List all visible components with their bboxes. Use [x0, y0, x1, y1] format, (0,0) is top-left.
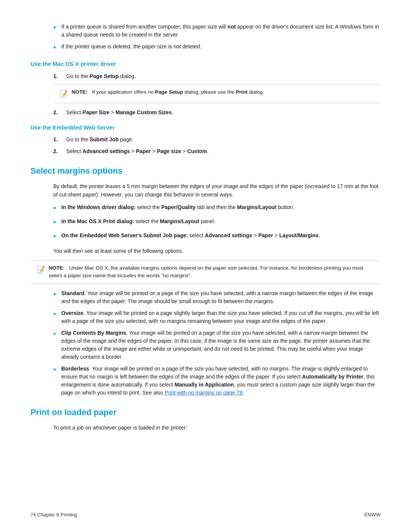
margins-heading: Select margins options — [30, 165, 381, 177]
list-item: • Oversize. Your image will be printed o… — [30, 309, 381, 325]
bullet-text: In the Mac OS X Print dialog: select the… — [61, 217, 381, 225]
ews-section-heading: Use the Embedded Web Server — [30, 123, 381, 132]
list-item: • Clip Contents By Margins. Your image w… — [30, 329, 381, 361]
mac-section: Use the Mac OS X printer driver 1. Go to… — [30, 60, 381, 117]
post-bullets-text: You will then see at least some of the f… — [30, 247, 381, 256]
bullet-icon: • — [53, 230, 56, 242]
list-item: 1. Go to the Page Setup dialog. — [30, 72, 381, 80]
note-item: 📝 NOTE: If your application offers no Pa… — [30, 84, 381, 103]
list-item: • If the printer queue is deleted, the p… — [30, 43, 381, 53]
mac-steps: 1. Go to the Page Setup dialog. 📝 NOTE: … — [30, 72, 381, 117]
bullet-text: If a printer queue is shared from anothe… — [61, 23, 381, 39]
bullet-text: In the Windows driver dialog: select the… — [61, 203, 381, 211]
footer-left: 74 Chapter 8 Printing — [30, 511, 77, 519]
list-item: • In the Mac OS X Print dialog: select t… — [30, 217, 381, 228]
top-bullet-list: • If a printer queue is shared from anot… — [30, 23, 381, 53]
bullet-icon: • — [53, 42, 56, 53]
list-item: • Standard. Your image will be printed o… — [30, 289, 381, 305]
list-item: 1. Go to the Submit Job page. — [30, 136, 381, 144]
bullet-text: If the printer queue is deleted, the pap… — [61, 43, 381, 51]
loaded-paper-intro: To print a job on whichever paper is loa… — [30, 424, 381, 432]
ews-section: Use the Embedded Web Server 1. Go to the… — [30, 123, 381, 156]
bullet-text: Standard. Your image will be printed on … — [61, 289, 381, 305]
note-icon: 📝 — [37, 265, 45, 275]
step-text: Select Advanced settings > Paper > Page … — [66, 147, 209, 155]
step-text: Go to the Submit Job page. — [66, 136, 134, 144]
options-bullet-list: • Standard. Your image will be printed o… — [30, 289, 381, 397]
footer-right: ENWW — [364, 511, 381, 519]
note-box: 📝 NOTE: If your application offers no Pa… — [53, 84, 381, 103]
margins-note-box: 📝 NOTE: Under Mac OS X, the available ma… — [30, 260, 381, 284]
mac-section-heading: Use the Mac OS X printer driver — [30, 60, 381, 69]
bullet-text: Clip Contents By Margins. Your image wil… — [61, 329, 381, 361]
bullet-text: Borderless. Your image will be printed o… — [61, 365, 381, 397]
bullet-text: On the Embedded Web Server's Submit Job … — [61, 232, 381, 240]
bullet-icon: • — [53, 308, 56, 320]
list-item: • In the Windows driver dialog: select t… — [30, 203, 381, 214]
no-margins-link[interactable]: Print with no margins on page 78 — [165, 390, 243, 396]
page: • If a printer queue is shared from anot… — [0, 0, 411, 532]
bullet-icon: • — [53, 364, 56, 375]
bullet-icon: • — [53, 22, 56, 33]
bullet-text: Oversize. Your image will be printed on … — [61, 309, 381, 325]
bullet-icon: • — [53, 328, 56, 339]
bullet-icon: • — [53, 288, 56, 300]
loaded-paper-heading: Print on loaded paper — [30, 406, 381, 419]
note-icon: 📝 — [59, 89, 68, 99]
margins-bullet-list: • In the Windows driver dialog: select t… — [30, 203, 381, 242]
step-text: Select Paper Size > Manage Custom Sizes. — [66, 109, 173, 117]
list-item: • If a printer queue is shared from anot… — [30, 23, 381, 39]
ews-steps: 1. Go to the Submit Job page. 2. Select … — [30, 136, 381, 155]
list-item: 2. Select Paper Size > Manage Custom Siz… — [30, 109, 381, 117]
list-item: 2. Select Advanced settings > Paper > Pa… — [30, 147, 381, 155]
footer: 74 Chapter 8 Printing ENWW — [0, 511, 411, 519]
step-text: Go to the Page Setup dialog. — [66, 72, 136, 80]
margins-intro: By default, the printer leaves a 5 mm ma… — [30, 182, 381, 199]
loaded-paper-section: Print on loaded paper To print a job on … — [30, 406, 381, 432]
bullet-icon: • — [53, 216, 56, 228]
note-text: NOTE: If your application offers no Page… — [72, 88, 264, 96]
margins-note-text: NOTE: Under Mac OS X, the available marg… — [49, 264, 374, 280]
margins-section: Select margins options By default, the p… — [30, 165, 381, 397]
bullet-icon: • — [53, 202, 56, 214]
list-item: • On the Embedded Web Server's Submit Jo… — [30, 232, 381, 242]
list-item: • Borderless. Your image will be printed… — [30, 365, 381, 397]
